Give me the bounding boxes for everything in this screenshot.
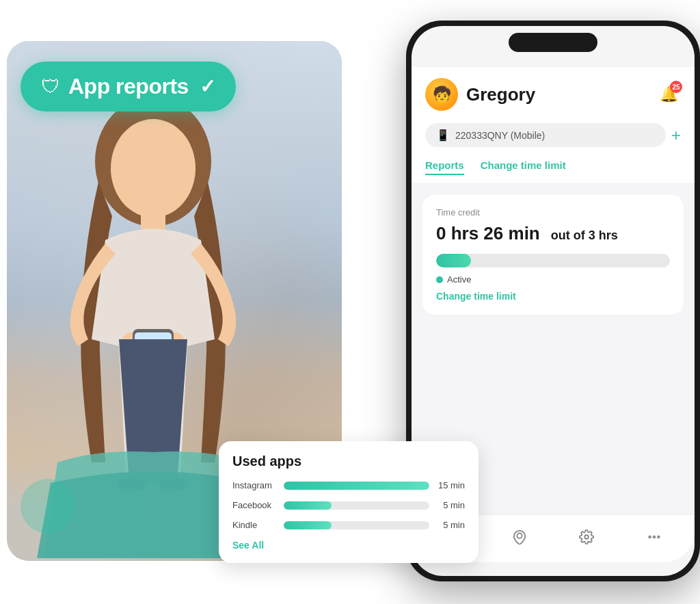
used-apps-card: Used apps Instagram 15 min Facebook 5 mi… — [219, 441, 479, 563]
time-credit-title: Time credit — [436, 207, 670, 218]
status-dot — [436, 276, 443, 283]
status-label: Active — [447, 274, 471, 285]
kindle-time: 5 min — [436, 520, 465, 530]
facebook-label: Facebook — [232, 500, 277, 510]
tab-reports[interactable]: Reports — [425, 159, 464, 175]
device-row: 📱 220333QNY (Mobile) + — [412, 116, 695, 154]
kindle-bar-track — [284, 521, 429, 529]
time-progress-fill — [436, 254, 471, 267]
nav-more[interactable] — [639, 524, 669, 554]
notification-bell[interactable]: 🔔 25 — [656, 82, 681, 107]
app-row-kindle: Kindle 5 min — [232, 520, 465, 530]
time-credit-card: Time credit 0 hrs 26 min out of 3 hrs Ac… — [422, 195, 684, 315]
time-progress-bar — [436, 254, 670, 267]
settings-icon — [579, 529, 594, 549]
svg-point-9 — [585, 535, 589, 539]
facebook-time: 5 min — [436, 500, 465, 510]
decorative-blob-1 — [21, 479, 75, 534]
tabs-row: Reports Change time limit — [412, 154, 695, 184]
status-row: Active — [436, 274, 670, 285]
time-total: out of 3 hrs — [551, 228, 618, 243]
facebook-bar-track — [284, 501, 429, 510]
app-row-facebook: Facebook 5 min — [232, 500, 465, 510]
instagram-bar-track — [284, 482, 429, 490]
location-icon — [512, 529, 527, 549]
change-time-limit-link[interactable]: Change time limit — [436, 291, 516, 302]
shield-icon: 🛡 — [41, 77, 60, 96]
instagram-time: 15 min — [436, 480, 465, 490]
svg-point-12 — [649, 536, 651, 538]
notification-count: 25 — [670, 81, 682, 93]
app-row-instagram: Instagram 15 min — [232, 480, 465, 490]
device-pill[interactable]: 📱 220333QNY (Mobile) — [425, 123, 666, 147]
svg-point-11 — [658, 536, 660, 538]
screen-header: 🧒 Gregory 🔔 25 — [412, 67, 695, 116]
kindle-bar-fill — [284, 521, 332, 529]
user-name: Gregory — [466, 84, 656, 105]
device-label: 220333QNY (Mobile) — [455, 130, 545, 141]
badge-label: App reports — [68, 74, 189, 99]
tab-change-time-limit[interactable]: Change time limit — [481, 159, 566, 175]
svg-point-8 — [517, 533, 522, 538]
more-icon — [647, 529, 662, 549]
time-display: 0 hrs 26 min out of 3 hrs — [436, 223, 670, 244]
instagram-bar-fill — [284, 482, 429, 490]
facebook-bar-fill — [284, 501, 332, 510]
svg-point-1 — [111, 119, 196, 218]
add-device-button[interactable]: + — [671, 126, 681, 145]
instagram-label: Instagram — [232, 480, 277, 490]
time-used: 0 hrs 26 min — [436, 223, 540, 244]
app-reports-badge: 🛡 App reports ✓ — [21, 62, 236, 111]
nav-settings[interactable] — [571, 524, 602, 554]
avatar: 🧒 — [425, 78, 458, 111]
svg-point-10 — [653, 536, 655, 538]
check-icon: ✓ — [200, 75, 215, 98]
phone-notch — [509, 33, 597, 52]
mobile-icon: 📱 — [436, 129, 450, 142]
avatar-image: 🧒 — [425, 78, 458, 111]
used-apps-title: Used apps — [232, 454, 465, 469]
see-all-link[interactable]: See All — [232, 540, 465, 551]
nav-location[interactable] — [504, 524, 535, 554]
kindle-label: Kindle — [232, 520, 277, 530]
